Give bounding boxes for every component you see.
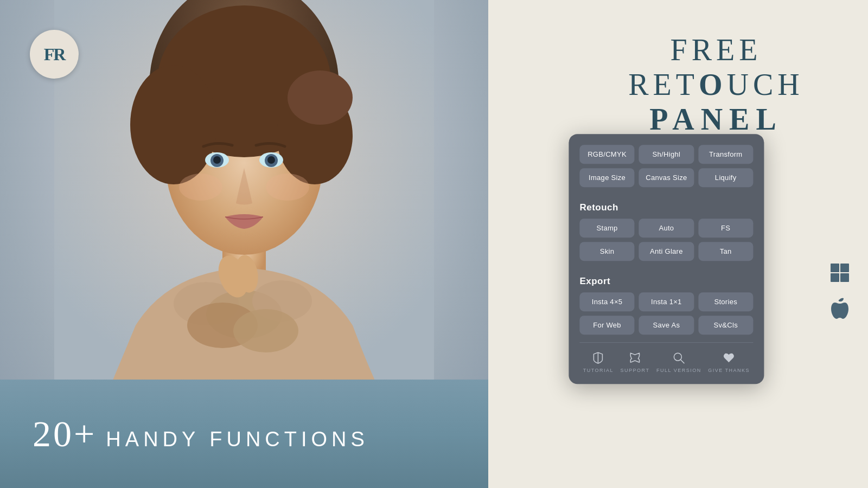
insta-45-button[interactable]: Insta 4×5 bbox=[579, 292, 634, 311]
apple-icon bbox=[827, 296, 852, 320]
anti-glare-button[interactable]: Anti Glare bbox=[639, 242, 694, 261]
tutorial-toolbar-item[interactable]: TUTORIAL bbox=[583, 350, 614, 373]
full-version-toolbar-item[interactable]: FULL VERSION bbox=[656, 350, 701, 373]
full-version-icon bbox=[671, 350, 686, 365]
liquify-button[interactable]: Liquify bbox=[698, 168, 753, 187]
svg-rect-25 bbox=[831, 273, 839, 282]
auto-button[interactable]: Auto bbox=[639, 219, 694, 237]
svg-point-5 bbox=[130, 65, 217, 184]
svg-point-12 bbox=[213, 156, 221, 164]
retouch-section-label: Retouch bbox=[579, 202, 753, 213]
svg-point-20 bbox=[233, 309, 298, 352]
svg-rect-26 bbox=[840, 273, 849, 282]
save-as-button[interactable]: Save As bbox=[639, 316, 694, 335]
svg-point-15 bbox=[266, 174, 309, 201]
tan-button[interactable]: Tan bbox=[698, 242, 753, 261]
give-thanks-toolbar-item[interactable]: GIVE THANKS bbox=[708, 350, 750, 373]
insta-11-button[interactable]: Insta 1×1 bbox=[639, 292, 694, 311]
portrait-image bbox=[54, 0, 434, 390]
sv-cls-button[interactable]: Sv&Cls bbox=[698, 316, 753, 335]
retouch-button-row-2: Skin Anti Glare Tan bbox=[579, 242, 753, 261]
for-web-button[interactable]: For Web bbox=[579, 316, 634, 335]
full-version-label: FULL VERSION bbox=[656, 368, 701, 373]
svg-point-14 bbox=[179, 174, 222, 201]
panel-title: FREE RETOUCH PANEL bbox=[580, 33, 852, 137]
svg-point-7 bbox=[288, 70, 353, 125]
support-label: SUPPORT bbox=[621, 368, 650, 373]
panel-card: RGB/CMYK Sh/Highl Transform Image Size C… bbox=[569, 134, 764, 384]
export-button-row-1: Insta 4×5 Insta 1×1 Stories bbox=[579, 292, 753, 311]
skin-button[interactable]: Skin bbox=[579, 242, 634, 261]
svg-rect-23 bbox=[831, 264, 839, 272]
windows-icon bbox=[827, 260, 852, 285]
bottom-toolbar: TUTORIAL SUPPORT FULL VERSION bbox=[579, 342, 753, 373]
tutorial-icon bbox=[591, 350, 606, 365]
top-button-row-2: Image Size Canvas Size Liquify bbox=[579, 168, 753, 187]
export-button-row-2: For Web Save As Sv&Cls bbox=[579, 316, 753, 335]
photo-area: FR 20+ HANDY FUNCTIONS bbox=[0, 0, 488, 488]
support-toolbar-item[interactable]: SUPPORT bbox=[621, 350, 650, 373]
transform-button[interactable]: Transform bbox=[698, 145, 753, 164]
fs-button[interactable]: FS bbox=[698, 219, 753, 237]
image-size-button[interactable]: Image Size bbox=[579, 168, 634, 187]
retouch-button-row-1: Stamp Auto FS bbox=[579, 219, 753, 237]
stamp-button[interactable]: Stamp bbox=[579, 219, 634, 237]
stories-button[interactable]: Stories bbox=[698, 292, 753, 311]
support-icon bbox=[628, 350, 643, 365]
rgb-cmyk-button[interactable]: RGB/CMYK bbox=[579, 145, 634, 164]
svg-point-13 bbox=[267, 156, 275, 164]
svg-point-28 bbox=[674, 353, 681, 361]
export-section-label: Export bbox=[579, 276, 753, 287]
give-thanks-label: GIVE THANKS bbox=[708, 368, 750, 373]
give-thanks-icon bbox=[722, 350, 737, 365]
logo: FR bbox=[30, 30, 79, 79]
top-button-row-1: RGB/CMYK Sh/Highl Transform bbox=[579, 145, 753, 164]
handy-functions-label: 20+ HANDY FUNCTIONS bbox=[33, 413, 369, 455]
platform-icons bbox=[827, 260, 852, 320]
canvas-size-button[interactable]: Canvas Size bbox=[639, 168, 694, 187]
tutorial-label: TUTORIAL bbox=[583, 368, 614, 373]
sh-highl-button[interactable]: Sh/Highl bbox=[639, 145, 694, 164]
svg-rect-24 bbox=[840, 264, 849, 272]
right-area: FREE RETOUCH PANEL RGB/CMYK Sh/H bbox=[488, 0, 868, 488]
svg-line-29 bbox=[680, 359, 684, 363]
